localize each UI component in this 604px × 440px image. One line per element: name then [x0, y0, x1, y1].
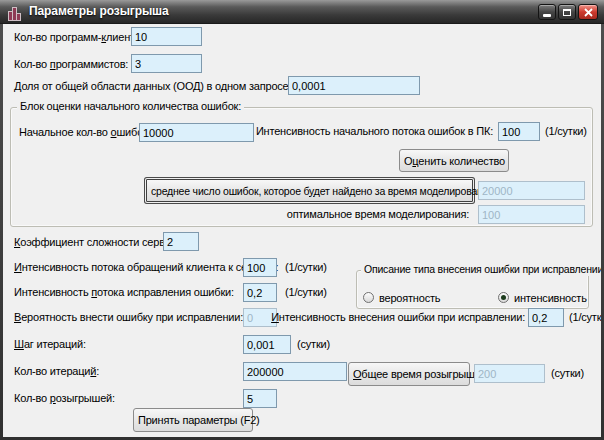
- inject-rate-unit: (1/сутки): [569, 311, 601, 324]
- clients-input[interactable]: [131, 27, 202, 46]
- initial-errors-input[interactable]: [139, 123, 254, 142]
- inject-rate-input[interactable]: [528, 308, 564, 327]
- step-input[interactable]: [243, 335, 291, 354]
- mean-errors-button[interactable]: среднее число ошибок, которое будет найд…: [146, 179, 473, 202]
- initial-flow-input[interactable]: [498, 122, 540, 141]
- draws-input[interactable]: [243, 389, 277, 408]
- initial-flow-unit: (1/сутки): [545, 125, 587, 138]
- optimal-time-output: [478, 205, 585, 224]
- fix-rate-unit: (1/сутки): [285, 286, 327, 299]
- client-area: Кол-во программ-клиентов: Кол-во програм…: [3, 24, 601, 437]
- minimize-button[interactable]: [538, 4, 556, 20]
- data-share-label: Доля от общей области данных (ООД) в одн…: [14, 80, 334, 93]
- total-time-output: [474, 364, 545, 383]
- total-time-unit: (сутки): [551, 367, 584, 380]
- intensity-radio-label[interactable]: интенсивность: [514, 292, 587, 305]
- draws-label: Кол-во розыгрышей:: [14, 392, 115, 405]
- error-prob-label: Вероятность внести ошибку при исправлени…: [14, 311, 243, 324]
- probability-radio-label[interactable]: вероятность: [379, 292, 440, 305]
- request-rate-label: Интенсивность потока обращений клиента к…: [14, 261, 278, 274]
- data-share-input[interactable]: [288, 76, 420, 95]
- estimate-groupbox: Блок оценки начального количества ошибок…: [10, 107, 593, 227]
- request-rate-input[interactable]: [243, 258, 277, 277]
- error-type-groupbox-title: Описание типа внесения ошибки при исправ…: [361, 263, 601, 276]
- minimize-icon: [543, 14, 551, 17]
- request-rate-unit: (1/сутки): [285, 261, 327, 274]
- window-title: Параметры розыгрыша: [29, 4, 169, 18]
- close-button[interactable]: [578, 4, 598, 20]
- programmers-input[interactable]: [131, 54, 202, 73]
- mean-errors-output: [478, 181, 585, 200]
- inject-rate-label: Интенсивность внесения ошибки при исправ…: [271, 311, 525, 324]
- estimate-count-button[interactable]: Оценить количество: [399, 149, 509, 172]
- maximize-button[interactable]: [558, 4, 576, 20]
- dialog-window: Параметры розыгрыша Кол-во программ-клие…: [0, 0, 604, 440]
- complexity-label: Коэффициент сложности сервера:: [14, 236, 185, 249]
- fix-rate-input[interactable]: [243, 283, 277, 302]
- clients-label: Кол-во программ-клиентов:: [14, 31, 149, 44]
- total-time-button[interactable]: Общее время розыгрыша: [348, 362, 470, 386]
- maximize-icon: [563, 9, 571, 16]
- optimal-time-label: оптимальное время моделирования:: [287, 208, 469, 221]
- programmers-label: Кол-во программистов:: [14, 58, 128, 71]
- complexity-input[interactable]: [163, 232, 199, 251]
- initial-flow-label: Интенсивность начального потока ошибок в…: [256, 125, 493, 138]
- titlebar[interactable]: Параметры розыгрыша: [0, 0, 604, 24]
- initial-errors-label: Начальное кол-во ошибок:: [19, 126, 151, 139]
- step-unit: (сутки): [297, 338, 330, 351]
- close-icon: [584, 8, 593, 17]
- apply-params-button[interactable]: Принять параметры (F2): [133, 408, 253, 432]
- error-type-groupbox: Описание типа внесения ошибки при исправ…: [356, 270, 589, 309]
- iterations-input[interactable]: [243, 362, 347, 381]
- bar-chart-icon: [8, 5, 23, 20]
- fix-rate-label: Интенсивность потока исправления ошибки:: [14, 286, 234, 299]
- iterations-label: Кол-во итераций:: [14, 365, 99, 378]
- caption-buttons: [538, 4, 598, 20]
- probability-radio[interactable]: [363, 292, 374, 303]
- intensity-radio[interactable]: [498, 292, 509, 303]
- estimate-groupbox-title: Блок оценки начального количества ошибок…: [17, 100, 244, 113]
- step-label: Шаг итераций:: [14, 338, 86, 351]
